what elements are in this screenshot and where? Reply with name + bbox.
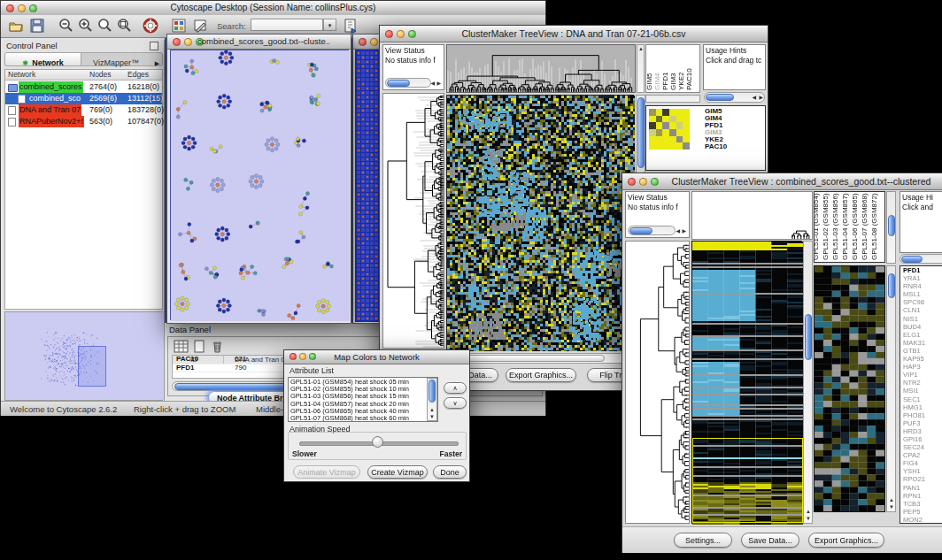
- annotation-icon[interactable]: [192, 18, 208, 34]
- gene-label-GPI16[interactable]: GPI16: [900, 435, 942, 443]
- animate-vizmap-button[interactable]: Animate Vizmap: [293, 465, 360, 479]
- import-table-icon[interactable]: [343, 18, 359, 34]
- network-row-combined_sco[interactable]: combined_sco2569(6)13112(15): [5, 93, 162, 104]
- delete-attribute-icon[interactable]: [211, 340, 224, 353]
- gene-label-SPC98[interactable]: SPC98: [900, 298, 942, 306]
- gene-label-MON2[interactable]: MON2: [900, 516, 942, 524]
- gene-label-KAP95[interactable]: KAP95: [900, 355, 942, 363]
- move-up-button[interactable]: ∧: [444, 382, 467, 394]
- scroll-left-icon[interactable]: ◀: [430, 81, 435, 86]
- zoom-selected-icon[interactable]: [116, 18, 132, 34]
- close-button[interactable]: [359, 38, 367, 46]
- scroll-right-icon[interactable]: ▶: [759, 95, 763, 100]
- col-network[interactable]: Network: [8, 70, 35, 79]
- tv2-settings-button[interactable]: Settings...: [674, 533, 732, 548]
- close-button[interactable]: [290, 353, 297, 360]
- tv2-column-dendrogram[interactable]: [692, 192, 812, 239]
- gene-label-PEP5[interactable]: PEP5: [900, 508, 942, 516]
- gene-label-TCB3[interactable]: TCB3: [900, 500, 942, 508]
- column-label-GPL51-07 (GSM868)[interactable]: GPL51-07 (GSM868): [861, 193, 869, 260]
- gene-label-PUF3[interactable]: PUF3: [900, 419, 942, 427]
- scroll-left-icon[interactable]: ◀: [676, 228, 680, 234]
- tv1-heatmap-hscroll[interactable]: [446, 353, 635, 364]
- network-overview-canvas[interactable]: [5, 312, 164, 400]
- tv2-zoom-heatmap[interactable]: [815, 266, 884, 511]
- column-label-GPL51-08 (GSM872)[interactable]: GPL51-08 (GSM872): [870, 193, 878, 260]
- done-button[interactable]: Done: [433, 465, 467, 479]
- gene-label-RPN1[interactable]: RPN1: [900, 492, 942, 500]
- gene-label-HAP3[interactable]: HAP3: [900, 363, 942, 371]
- close-button[interactable]: [628, 178, 636, 186]
- scroll-down-icon[interactable]: ▼: [429, 414, 435, 419]
- column-label-GIM3[interactable]: GIM3: [669, 73, 677, 90]
- gene-label-VIP1[interactable]: VIP1: [900, 371, 942, 379]
- column-label-PFD1[interactable]: PFD1: [661, 73, 669, 90]
- tab-vizmapper[interactable]: VizMapper™: [82, 53, 150, 65]
- tab-network[interactable]: ✱ Network: [5, 53, 81, 65]
- network-row-combined_scores[interactable]: combined_scores2764(0)16218(0): [5, 81, 162, 93]
- column-label-GPL51-03 (GSM856)[interactable]: GPL51-03 (GSM856): [831, 193, 839, 260]
- tv2-export-graphics-button[interactable]: Export Graphics...: [808, 533, 884, 548]
- network-view-canvas[interactable]: [171, 50, 350, 321]
- dialog-title-bar[interactable]: Map Colors to Network: [284, 350, 469, 364]
- main-title-bar[interactable]: Cytoscape Desktop (Session Name: collins…: [1, 1, 545, 16]
- search-input[interactable]: [251, 19, 323, 31]
- network-row-RNAPuberNov2+![interactable]: RNAPuberNov2+!563(0)107847(0): [5, 116, 162, 127]
- gene-label-MSI1[interactable]: MSI1: [900, 387, 942, 395]
- gene-label-PHO81[interactable]: PHO81: [900, 411, 942, 419]
- column-label-PAC10[interactable]: PAC10: [685, 68, 693, 90]
- tv1-row-dendrogram[interactable]: [383, 94, 444, 348]
- tv1-usage-scrollbar[interactable]: ◀ ▶: [704, 92, 765, 103]
- scroll-up-icon[interactable]: ▲: [429, 407, 435, 412]
- gene-label-NTR2[interactable]: NTR2: [900, 379, 942, 387]
- attribute-item[interactable]: GPL51-01 (GSM854) heat shock 05 min: [289, 379, 426, 386]
- create-vizmap-button[interactable]: Create Vizmap: [367, 465, 428, 479]
- gene-label-CLN1[interactable]: CLN1: [900, 306, 942, 314]
- attribute-item[interactable]: GPL51-03 (GSM856) heat shock 15 min: [289, 393, 426, 400]
- tv2-heatmap[interactable]: [692, 242, 803, 525]
- tv1-coltree-vscroll[interactable]: ▲: [637, 44, 645, 93]
- minimize-button[interactable]: [184, 38, 192, 46]
- minimize-button[interactable]: [370, 38, 378, 46]
- close-button[interactable]: [6, 4, 14, 12]
- gene-label-MSL1[interactable]: MSL1: [900, 290, 942, 298]
- close-button[interactable]: [173, 38, 181, 46]
- help-lifesaver-icon[interactable]: [143, 18, 158, 34]
- tv1-heatmap[interactable]: [447, 96, 635, 351]
- treeview2-title-bar[interactable]: ClusterMaker TreeView : combined_scores_…: [622, 173, 942, 190]
- tv1-export-graphics-button[interactable]: Export Graphics...: [506, 368, 576, 382]
- zoom-fit-icon[interactable]: [97, 18, 112, 34]
- scroll-down-icon[interactable]: ▼: [889, 504, 894, 510]
- gene-label-PFD1[interactable]: PFD1: [900, 266, 942, 274]
- scroll-down-icon[interactable]: ▼: [806, 516, 811, 521]
- tv2-zoom-vscroll[interactable]: ▲ ▼: [886, 265, 896, 512]
- column-label-GPL51-02 (GSM855)[interactable]: GPL51-02 (GSM855): [822, 193, 830, 260]
- vizmapper-grid-icon[interactable]: [171, 18, 187, 34]
- attribute-item[interactable]: GPL51-07 (GSM868) heat shock 60 min: [289, 415, 426, 422]
- col-nodes[interactable]: Nodes: [89, 70, 112, 79]
- gene-label-ELG1[interactable]: ELG1: [900, 331, 942, 339]
- gene-label-NIS1[interactable]: NIS1: [900, 315, 942, 323]
- tv1-similarity-matrix[interactable]: [649, 109, 690, 150]
- column-label-GIM4[interactable]: GIM4: [653, 73, 661, 90]
- column-label-GPL51-04 (GSM857)[interactable]: GPL51-04 (GSM857): [841, 193, 849, 260]
- scroll-right-icon[interactable]: ▶: [436, 81, 441, 86]
- col-edges[interactable]: Edges: [127, 70, 149, 79]
- scroll-right-icon[interactable]: ▶: [682, 228, 686, 234]
- gene-label-SEC24[interactable]: SEC24: [900, 443, 942, 451]
- attribute-item[interactable]: GPL51-06 (GSM865) heat shock 40 min: [289, 408, 426, 415]
- tv2-row-dendrogram[interactable]: [626, 242, 689, 523]
- open-session-icon[interactable]: [8, 18, 24, 34]
- animation-slider-thumb[interactable]: [372, 436, 383, 448]
- tv2-labels-vscroll[interactable]: [886, 191, 896, 264]
- tv1-labels-hscroll[interactable]: [645, 95, 700, 103]
- column-label-GPL51-01 (GSM854)[interactable]: GPL51-01 (GSM854): [814, 193, 820, 260]
- tv1-status-scrollbar[interactable]: [385, 78, 431, 88]
- zoom-out-icon[interactable]: [58, 18, 73, 34]
- gene-label-PAN1[interactable]: PAN1: [900, 484, 942, 492]
- gene-label-BUD4[interactable]: BUD4: [900, 323, 942, 331]
- tv2-usage-scrollbar[interactable]: [900, 254, 942, 264]
- network-window-title-bar[interactable]: combined_scores_good.txt--cluste...: [167, 35, 351, 50]
- close-button[interactable]: [385, 30, 393, 38]
- attribute-item[interactable]: GPL51-02 (GSM855) heat shock 10 min: [289, 386, 426, 393]
